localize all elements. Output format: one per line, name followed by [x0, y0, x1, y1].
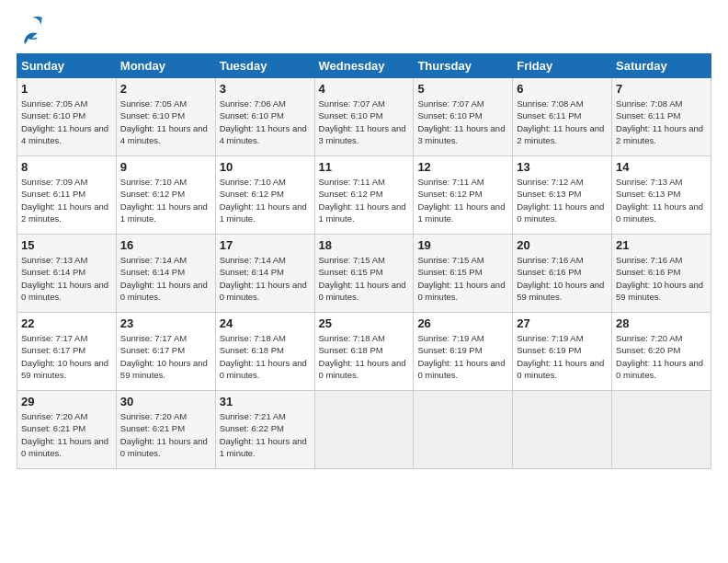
calendar-week-0: 1 Sunrise: 7:05 AMSunset: 6:10 PMDayligh… [17, 78, 711, 156]
col-wednesday: Wednesday [314, 54, 414, 78]
calendar-cell: 12 Sunrise: 7:11 AMSunset: 6:12 PMDaylig… [414, 156, 513, 235]
day-info: Sunrise: 7:18 AMSunset: 6:18 PMDaylight:… [220, 333, 307, 380]
day-info: Sunrise: 7:19 AMSunset: 6:19 PMDaylight:… [417, 333, 505, 380]
day-number: 11 [319, 160, 410, 174]
calendar-cell: 25 Sunrise: 7:18 AMSunset: 6:18 PMDaylig… [314, 313, 414, 391]
day-number: 22 [21, 316, 112, 330]
calendar-cell: 24 Sunrise: 7:18 AMSunset: 6:18 PMDaylig… [215, 313, 314, 391]
day-number: 23 [120, 316, 211, 330]
day-info: Sunrise: 7:16 AMSunset: 6:16 PMDaylight:… [517, 255, 604, 302]
calendar-cell: 18 Sunrise: 7:15 AMSunset: 6:15 PMDaylig… [314, 235, 414, 313]
calendar-cell: 9 Sunrise: 7:10 AMSunset: 6:12 PMDayligh… [116, 156, 215, 235]
day-info: Sunrise: 7:15 AMSunset: 6:15 PMDaylight:… [417, 255, 505, 302]
calendar-cell: 17 Sunrise: 7:14 AMSunset: 6:14 PMDaylig… [215, 235, 314, 313]
calendar-table: Sunday Monday Tuesday Wednesday Thursday… [17, 53, 711, 469]
calendar-cell: 20 Sunrise: 7:16 AMSunset: 6:16 PMDaylig… [513, 235, 612, 313]
page: Sunday Monday Tuesday Wednesday Thursday… [0, 0, 728, 563]
calendar-cell: 30 Sunrise: 7:20 AMSunset: 6:21 PMDaylig… [116, 391, 215, 469]
calendar-body: 1 Sunrise: 7:05 AMSunset: 6:10 PMDayligh… [17, 78, 711, 469]
day-info: Sunrise: 7:15 AMSunset: 6:15 PMDaylight:… [319, 255, 406, 302]
day-info: Sunrise: 7:20 AMSunset: 6:20 PMDaylight:… [616, 333, 703, 380]
calendar-cell: 19 Sunrise: 7:15 AMSunset: 6:15 PMDaylig… [414, 235, 513, 313]
day-number: 2 [120, 82, 211, 96]
col-tuesday: Tuesday [215, 54, 314, 78]
day-number: 16 [120, 238, 211, 252]
logo-bird [17, 31, 38, 48]
col-sunday: Sunday [17, 54, 117, 78]
day-info: Sunrise: 7:13 AMSunset: 6:13 PMDaylight:… [616, 177, 703, 224]
calendar-cell: 21 Sunrise: 7:16 AMSunset: 6:16 PMDaylig… [612, 235, 711, 313]
calendar-cell: 2 Sunrise: 7:05 AMSunset: 6:10 PMDayligh… [116, 78, 215, 156]
day-info: Sunrise: 7:21 AMSunset: 6:22 PMDaylight:… [220, 411, 307, 458]
col-thursday: Thursday [414, 54, 513, 78]
day-info: Sunrise: 7:10 AMSunset: 6:12 PMDaylight:… [120, 177, 208, 224]
day-number: 26 [417, 316, 508, 330]
day-info: Sunrise: 7:18 AMSunset: 6:18 PMDaylight:… [319, 333, 406, 380]
day-number: 30 [120, 395, 211, 408]
calendar-cell: 8 Sunrise: 7:09 AMSunset: 6:11 PMDayligh… [17, 156, 117, 235]
day-number: 3 [220, 82, 311, 96]
calendar-cell [513, 391, 612, 469]
day-number: 27 [517, 316, 608, 330]
calendar-cell: 23 Sunrise: 7:17 AMSunset: 6:17 PMDaylig… [116, 313, 215, 391]
day-number: 7 [616, 82, 707, 96]
day-number: 15 [21, 238, 112, 252]
calendar-cell: 22 Sunrise: 7:17 AMSunset: 6:17 PMDaylig… [17, 313, 117, 391]
calendar-cell: 6 Sunrise: 7:08 AMSunset: 6:11 PMDayligh… [513, 78, 612, 156]
header [17, 17, 711, 44]
day-info: Sunrise: 7:16 AMSunset: 6:16 PMDaylight:… [616, 255, 703, 302]
calendar-cell [414, 391, 513, 469]
calendar-cell: 26 Sunrise: 7:19 AMSunset: 6:19 PMDaylig… [414, 313, 513, 391]
day-number: 17 [220, 238, 311, 252]
day-info: Sunrise: 7:05 AMSunset: 6:10 PMDaylight:… [120, 98, 208, 145]
day-info: Sunrise: 7:05 AMSunset: 6:10 PMDaylight:… [21, 98, 108, 145]
calendar-week-2: 15 Sunrise: 7:13 AMSunset: 6:14 PMDaylig… [17, 235, 711, 313]
day-info: Sunrise: 7:11 AMSunset: 6:12 PMDaylight:… [319, 177, 406, 224]
col-friday: Friday [513, 54, 612, 78]
day-number: 10 [220, 160, 311, 174]
day-number: 25 [319, 316, 410, 330]
calendar-cell: 28 Sunrise: 7:20 AMSunset: 6:20 PMDaylig… [612, 313, 711, 391]
calendar-cell: 7 Sunrise: 7:08 AMSunset: 6:11 PMDayligh… [612, 78, 711, 156]
day-number: 9 [120, 160, 211, 174]
calendar-cell: 15 Sunrise: 7:13 AMSunset: 6:14 PMDaylig… [17, 235, 117, 313]
calendar-week-4: 29 Sunrise: 7:20 AMSunset: 6:21 PMDaylig… [17, 391, 711, 469]
calendar-cell: 10 Sunrise: 7:10 AMSunset: 6:12 PMDaylig… [215, 156, 314, 235]
day-number: 4 [319, 82, 410, 96]
day-info: Sunrise: 7:07 AMSunset: 6:10 PMDaylight:… [417, 98, 505, 145]
day-number: 1 [21, 82, 112, 96]
logo [17, 17, 42, 44]
day-number: 8 [21, 160, 112, 174]
day-info: Sunrise: 7:08 AMSunset: 6:11 PMDaylight:… [616, 98, 703, 145]
calendar-cell: 13 Sunrise: 7:12 AMSunset: 6:13 PMDaylig… [513, 156, 612, 235]
day-info: Sunrise: 7:12 AMSunset: 6:13 PMDaylight:… [517, 177, 604, 224]
day-info: Sunrise: 7:17 AMSunset: 6:17 PMDaylight:… [120, 333, 208, 380]
calendar-cell: 1 Sunrise: 7:05 AMSunset: 6:10 PMDayligh… [17, 78, 117, 156]
calendar-cell: 4 Sunrise: 7:07 AMSunset: 6:10 PMDayligh… [314, 78, 414, 156]
day-info: Sunrise: 7:14 AMSunset: 6:14 PMDaylight:… [220, 255, 307, 302]
calendar-week-1: 8 Sunrise: 7:09 AMSunset: 6:11 PMDayligh… [17, 156, 711, 235]
col-monday: Monday [116, 54, 215, 78]
day-info: Sunrise: 7:17 AMSunset: 6:17 PMDaylight:… [21, 333, 108, 380]
calendar-week-3: 22 Sunrise: 7:17 AMSunset: 6:17 PMDaylig… [17, 313, 711, 391]
calendar-cell [314, 391, 414, 469]
day-number: 24 [220, 316, 311, 330]
day-info: Sunrise: 7:06 AMSunset: 6:10 PMDaylight:… [220, 98, 307, 145]
day-number: 21 [616, 238, 707, 252]
day-info: Sunrise: 7:10 AMSunset: 6:12 PMDaylight:… [220, 177, 307, 224]
col-saturday: Saturday [612, 54, 711, 78]
calendar-cell: 27 Sunrise: 7:19 AMSunset: 6:19 PMDaylig… [513, 313, 612, 391]
day-number: 29 [21, 395, 112, 408]
day-info: Sunrise: 7:13 AMSunset: 6:14 PMDaylight:… [21, 255, 108, 302]
day-info: Sunrise: 7:09 AMSunset: 6:11 PMDaylight:… [21, 177, 108, 224]
calendar-cell: 5 Sunrise: 7:07 AMSunset: 6:10 PMDayligh… [414, 78, 513, 156]
day-info: Sunrise: 7:20 AMSunset: 6:21 PMDaylight:… [21, 411, 108, 458]
day-number: 13 [517, 160, 608, 174]
calendar-cell: 14 Sunrise: 7:13 AMSunset: 6:13 PMDaylig… [612, 156, 711, 235]
day-info: Sunrise: 7:11 AMSunset: 6:12 PMDaylight:… [417, 177, 505, 224]
logo-icon [17, 17, 42, 29]
day-number: 28 [616, 316, 707, 330]
calendar-cell: 11 Sunrise: 7:11 AMSunset: 6:12 PMDaylig… [314, 156, 414, 235]
day-number: 14 [616, 160, 707, 174]
day-info: Sunrise: 7:14 AMSunset: 6:14 PMDaylight:… [120, 255, 208, 302]
